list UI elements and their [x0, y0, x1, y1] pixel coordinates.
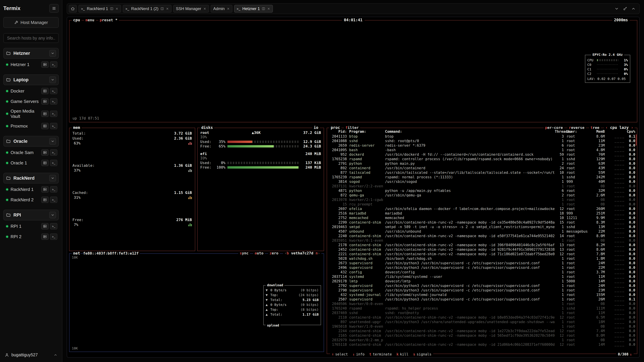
host-terminal-button[interactable]: >_ — [50, 233, 57, 240]
host-terminal-button[interactable]: >_ — [50, 223, 57, 229]
refresh-interval[interactable]: 2000ms — [612, 18, 630, 22]
host-item[interactable]: Hetzner 1 >_ — [5, 59, 59, 70]
process-row[interactable]: 892containerd/usr/bin/containerd24root43… — [329, 166, 635, 170]
tab-close-button[interactable] — [203, 7, 206, 10]
process-row[interactable]: 2496supervisord/usr/bin/python3 /usr/bin… — [329, 266, 635, 270]
user-menu[interactable]: bugattiguy527 — [3, 351, 59, 359]
tab-close-button[interactable] — [267, 7, 270, 10]
chevron-down-icon[interactable] — [49, 76, 56, 83]
tab[interactable]: >_ Hetzner 1 — [234, 5, 273, 12]
chevron-up-icon[interactable] — [631, 6, 636, 11]
host-server-button[interactable] — [41, 149, 49, 156]
process-row[interactable]: 2752memcachedmemcached10112119.9M0.0 — [329, 216, 635, 220]
process-row[interactable]: 4507unbound/usr/sbin/unbound1messagebus2… — [329, 229, 635, 234]
host-server-button[interactable] — [41, 233, 49, 240]
process-row[interactable]: 2299containerd-shim/usr/bin/containerd-s… — [329, 220, 635, 225]
process-row[interactable]: 2697ofelia/usr/bin/ofelia daemon --docke… — [329, 207, 635, 211]
host-server-button[interactable] — [41, 61, 49, 68]
host-server-button[interactable] — [41, 223, 49, 229]
host-server-button[interactable] — [41, 111, 49, 117]
host-search-input[interactable] — [3, 33, 59, 43]
proc-footer-keys[interactable]: ↑select↓infotterminatekkillssignals — [330, 352, 433, 356]
host-terminal-button[interactable]: >_ — [50, 61, 57, 68]
process-row[interactable]: 2035951kworker/0:1-even1root0B0.0 — [329, 238, 635, 243]
process-row[interactable]: 2013978kworker/2:1-cgwb1root0B0.0 — [329, 198, 635, 202]
host-server-button[interactable] — [41, 98, 49, 105]
disks-io-toggle[interactable]: io — [312, 125, 320, 130]
process-row[interactable]: 2516mariadbdmariadbd18999251M0.0 — [329, 211, 635, 216]
process-row[interactable]: 877tailscaled/usr/sbin/tailscaled --stat… — [329, 170, 635, 175]
process-row[interactable]: 2041133btopbtop3root8.6M0.1 — [329, 134, 635, 139]
process-row[interactable]: 2041088sshdsshd: root@pts/01root11M0.0 — [329, 139, 635, 143]
host-terminal-button[interactable]: >_ — [50, 149, 57, 156]
process-row[interactable]: 952dockerd/usr/bin/dockerd -H fd:// --co… — [329, 152, 635, 157]
host-item[interactable]: Oracle 1 >_ — [5, 158, 59, 168]
host-terminal-button[interactable]: >_ — [50, 197, 57, 203]
process-row[interactable]: 1965018kworker/1:0-even1root0B0.0 — [329, 324, 635, 329]
process-row[interactable]: 2790supervisord/usr/bin/python3 /usr/bin… — [329, 288, 635, 293]
process-row[interactable]: 2221containerd-shim/usr/bin/containerd-s… — [329, 252, 635, 256]
host-item[interactable]: RackNerd 2 >_ — [5, 195, 59, 205]
process-row[interactable]: 872qemu-ga/usr/sbin/qemu-ga2root2.6M0.0 — [329, 193, 635, 198]
host-server-button[interactable] — [41, 160, 49, 166]
host-server-button[interactable] — [41, 123, 49, 129]
process-row[interactable]: 432systemd-journal/lib/systemd/systemd-j… — [329, 293, 635, 297]
process-row[interactable]: 2452containerd-shim/usr/bin/containerd-s… — [329, 247, 635, 252]
process-table-header[interactable]: Pid: Program: Command: Threads: User: Me… — [329, 129, 635, 134]
host-server-button[interactable] — [41, 186, 49, 193]
net-box-options[interactable]: syncautozero‹b vetha7c27d n› — [238, 251, 321, 255]
host-group-header[interactable]: Hetzner — [3, 48, 59, 59]
host-terminal-button[interactable]: >_ — [50, 123, 57, 129]
tab[interactable]: >_ Admin — [211, 5, 232, 12]
chevron-down-icon[interactable] — [49, 175, 56, 182]
host-item[interactable]: RackNerd 1 >_ — [5, 184, 59, 195]
process-row[interactable]: 15rcu_preempt1root0B0.0 — [329, 202, 635, 207]
tab-close-button[interactable] — [227, 7, 230, 10]
process-row[interactable]: 2040506kworker/0:0-even1root0B0.0 — [329, 302, 635, 306]
process-row[interactable]: 2110containerd-shim/usr/bin/containerd-s… — [329, 315, 635, 320]
process-row[interactable]: 2019463smtpdsmtpd -n 589 -t inet -u -o s… — [329, 225, 635, 229]
process-row[interactable]: 2037131kworker/2:2-even1root0B0.0 — [329, 184, 635, 189]
host-group-header[interactable]: RackNerd — [3, 173, 59, 184]
host-server-button[interactable] — [41, 88, 49, 94]
host-server-button[interactable] — [41, 197, 49, 203]
chevron-down-icon[interactable] — [49, 138, 56, 145]
process-row[interactable]: 2029178lmtpdovecot/lmtp1500014M0.0 — [329, 279, 635, 284]
tab-split-button[interactable] — [262, 7, 265, 10]
host-group-header[interactable]: RPI — [3, 210, 59, 220]
host-terminal-button[interactable]: >_ — [50, 98, 57, 105]
host-item[interactable]: Proxmox >_ — [5, 121, 59, 131]
chevron-down-icon[interactable] — [614, 6, 619, 11]
process-row[interactable]: 2037114systemd/lib/systemd/systemd --use… — [329, 275, 635, 279]
process-row[interactable]: 2791pythonpython main.py2root63M0.0 — [329, 161, 635, 166]
process-row[interactable]: 2792supervisord/usr/bin/python3 /usr/bin… — [329, 284, 635, 288]
tab[interactable]: >_ RackNerd 1 — [78, 5, 121, 12]
host-terminal-button[interactable]: >_ — [50, 88, 57, 94]
host-item[interactable]: Docker >_ — [5, 86, 59, 96]
process-row[interactable]: 1765240rspamdrspamd: hs_helper process1s… — [329, 306, 635, 311]
tab-close-button[interactable] — [116, 7, 118, 10]
host-group-header[interactable]: Oracle — [3, 136, 59, 147]
chevron-down-icon[interactable] — [49, 212, 56, 218]
process-row[interactable]: 5028watchdog.sh/bin/bash /watchdog.sh1ro… — [329, 256, 635, 261]
proc-scrollbar[interactable] — [636, 134, 636, 145]
process-row[interactable]: 2041095bash-bash1root4.8M0.0 — [329, 148, 635, 152]
terminal-view[interactable]: cpu menupreset * 04:01:41 2000ms up 17d … — [67, 17, 640, 358]
process-row[interactable]: 2673supervisord/usr/bin/python3 /usr/bin… — [329, 261, 635, 266]
host-item[interactable]: Open Media Vault >_ — [5, 107, 59, 121]
host-item[interactable]: Game Servers >_ — [5, 96, 59, 107]
host-item[interactable]: Oracle Sam >_ — [5, 147, 59, 158]
tab-split-button[interactable] — [160, 7, 164, 10]
host-item[interactable]: RPI 1 >_ — [5, 221, 59, 231]
tab[interactable]: >_ RackNerd 1 (2) — [123, 5, 172, 12]
host-terminal-button[interactable]: >_ — [50, 111, 57, 117]
process-row[interactable]: 2165containerd-shim/usr/bin/containerd-s… — [329, 333, 635, 338]
process-row[interactable]: 1765238rspamdrspamd: controller process … — [329, 157, 635, 161]
home-button[interactable] — [69, 5, 77, 12]
host-item[interactable]: RPI 2 >_ — [5, 231, 59, 242]
process-row[interactable]: 2244containerd-shim/usr/bin/containerd-s… — [329, 329, 635, 333]
process-row[interactable]: 3814sogod/usr/sbin/sogod199940M0.0 — [329, 179, 635, 184]
host-manager-button[interactable]: Host Manager — [3, 17, 59, 28]
process-row[interactable]: 897unattended-upgr/usr/bin/python3 /usr/… — [329, 320, 635, 324]
process-row[interactable]: 2659redis-serverredis-server *:63796root… — [329, 143, 635, 148]
